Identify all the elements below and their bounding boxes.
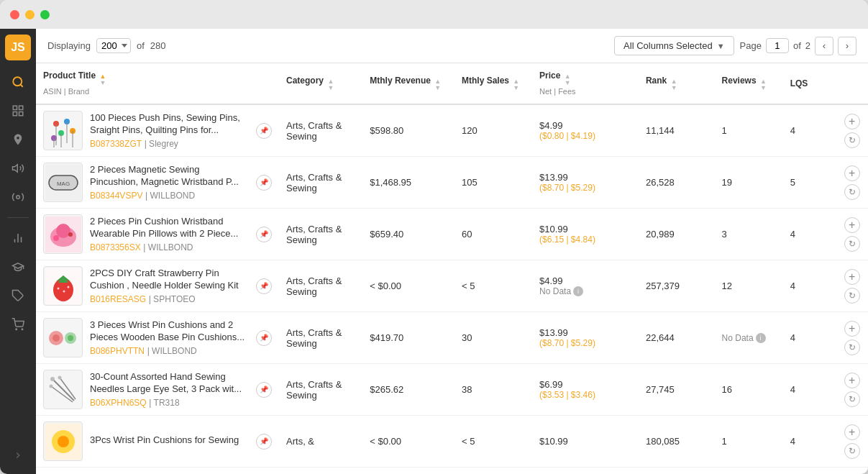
svg-point-30	[56, 224, 70, 238]
product-title: 30-Count Assorted Hand Sewing Needles La…	[90, 371, 249, 396]
sidebar-expand-button[interactable]	[5, 442, 31, 468]
sidebar-item-pin[interactable]	[5, 127, 31, 152]
revenue-value: $265.62	[370, 384, 403, 395]
pin-product-icon[interactable]: 📌	[256, 227, 272, 242]
page-input[interactable]	[766, 38, 789, 53]
product-asin[interactable]: B016RESASG	[90, 294, 146, 304]
close-dot[interactable]	[10, 10, 19, 19]
pin-product-icon[interactable]: 📌	[256, 175, 272, 191]
product-info: 30-Count Assorted Hand Sewing Needles La…	[90, 371, 249, 408]
no-data-price: No Data i	[539, 286, 631, 296]
col-revenue-sort[interactable]: ▲▼	[433, 78, 442, 91]
product-asin[interactable]: B08344VSPV	[90, 191, 142, 201]
prev-page-button[interactable]: ‹	[815, 37, 833, 55]
sidebar-item-graduation[interactable]	[5, 254, 31, 280]
count-select[interactable]: 200 50 100 500	[96, 38, 131, 53]
add-action-icon[interactable]: +	[844, 321, 860, 337]
refresh-action-icon[interactable]: ↻	[844, 443, 860, 459]
product-asin[interactable]: B06XPHN6SQ	[90, 398, 147, 408]
sidebar-item-chart[interactable]	[5, 225, 31, 251]
product-image	[43, 214, 83, 254]
main-content: Displaying 200 50 100 500 of 280 All Col…	[36, 29, 868, 474]
maximize-dot[interactable]	[40, 10, 50, 19]
actions-cell: + ↻	[836, 364, 868, 416]
table-row: 2 Pieces Pin Cushion Wristband Wearable …	[36, 209, 868, 260]
sales-value: 120	[462, 125, 478, 136]
minimize-dot[interactable]	[25, 10, 35, 19]
svg-point-0	[13, 77, 22, 86]
refresh-action-icon[interactable]: ↻	[844, 184, 860, 200]
pin-product-icon[interactable]: 📌	[256, 123, 272, 139]
product-image	[43, 370, 83, 409]
revenue-value: $659.40	[370, 229, 403, 240]
pin-product-icon[interactable]: 📌	[256, 278, 272, 294]
sidebar-item-tool[interactable]	[5, 184, 31, 210]
col-price: Price ▲▼ Net | Fees	[532, 63, 639, 104]
pin-product-icon[interactable]: 📌	[256, 330, 272, 346]
add-action-icon[interactable]: +	[844, 114, 860, 129]
col-price-sort[interactable]: ▲▼	[563, 73, 572, 86]
product-image	[43, 266, 83, 306]
price-main: $10.99	[539, 436, 631, 447]
pin-product-icon[interactable]: 📌	[256, 434, 272, 450]
sidebar-item-search[interactable]	[5, 69, 31, 95]
refresh-action-icon[interactable]: ↻	[844, 339, 860, 355]
table-body: 100 Pieces Push Pins, Sewing Pins, Sraig…	[36, 104, 868, 468]
price-main: $13.99	[539, 327, 631, 338]
info-icon[interactable]: i	[756, 333, 766, 343]
sidebar-item-tag[interactable]	[5, 283, 31, 309]
svg-point-6	[17, 196, 20, 199]
product-brand: | SPHTOEO	[149, 294, 196, 304]
add-action-icon[interactable]: +	[844, 217, 860, 233]
add-action-icon[interactable]: +	[844, 424, 860, 440]
col-product-sort[interactable]: ▲ ▼	[98, 73, 107, 86]
product-asin[interactable]: B087338ZGT	[90, 139, 142, 149]
price-main: $4.99	[539, 275, 631, 286]
product-image	[43, 421, 83, 461]
app-window: JS	[0, 0, 868, 474]
col-reviews: Reviews ▲▼	[715, 63, 783, 104]
lqs-cell: 4	[783, 209, 836, 260]
product-brand: | WILLBOND	[143, 242, 193, 252]
reviews-cell: 3	[715, 209, 783, 260]
columns-select-button[interactable]: All Columns Selected ▼	[614, 36, 734, 55]
sidebar-item-megaphone[interactable]	[5, 155, 31, 181]
add-action-icon[interactable]: +	[844, 165, 860, 181]
no-data-reviews: No Data i	[722, 333, 776, 343]
product-meta: B086PHVTTN | WILLBOND	[90, 345, 249, 356]
col-category: Category ▲▼	[279, 63, 362, 104]
add-action-icon[interactable]: +	[844, 373, 860, 388]
add-action-icon[interactable]: +	[844, 269, 860, 285]
lqs-cell: 4	[783, 260, 836, 312]
pin-product-icon[interactable]: 📌	[256, 382, 272, 398]
product-cell: 100 Pieces Push Pins, Sewing Pins, Sraig…	[36, 104, 279, 157]
sidebar-divider-1	[7, 217, 29, 218]
refresh-action-icon[interactable]: ↻	[844, 236, 860, 252]
sidebar-item-cart[interactable]	[5, 311, 31, 337]
table-header-row: Product Title ▲ ▼ ASIN | Brand Category	[36, 63, 868, 104]
table-row: 100 Pieces Push Pins, Sewing Pins, Sraig…	[36, 104, 868, 157]
col-lqs-label: LQS	[790, 78, 808, 88]
titlebar	[0, 0, 868, 29]
info-icon[interactable]: i	[573, 286, 583, 296]
refresh-action-icon[interactable]: ↻	[844, 132, 860, 148]
page-label: Page	[740, 40, 762, 51]
refresh-action-icon[interactable]: ↻	[844, 288, 860, 304]
sidebar: JS	[0, 29, 36, 474]
col-category-sort[interactable]: ▲▼	[326, 78, 335, 91]
product-asin[interactable]: B0873356SX	[90, 242, 141, 252]
product-asin[interactable]: B086PHVTTN	[90, 346, 145, 356]
category-value: Arts, Crafts & Sewing	[286, 120, 342, 142]
col-price-sub: Net | Fees	[539, 87, 576, 96]
col-reviews-sort[interactable]: ▲▼	[759, 78, 768, 91]
sidebar-item-grid[interactable]	[5, 98, 31, 124]
col-sales-sort[interactable]: ▲▼	[511, 78, 521, 91]
product-meta: B016RESASG | SPHTOEO	[90, 293, 249, 304]
next-page-button[interactable]: ›	[838, 37, 856, 55]
revenue-value: < $0.00	[370, 436, 401, 447]
col-rank-sort[interactable]: ▲▼	[670, 78, 679, 91]
lqs-value: 4	[790, 384, 795, 395]
product-cell: 2 Pieces Pin Cushion Wristband Wearable …	[36, 209, 279, 260]
product-image	[43, 318, 83, 357]
refresh-action-icon[interactable]: ↻	[844, 391, 860, 407]
